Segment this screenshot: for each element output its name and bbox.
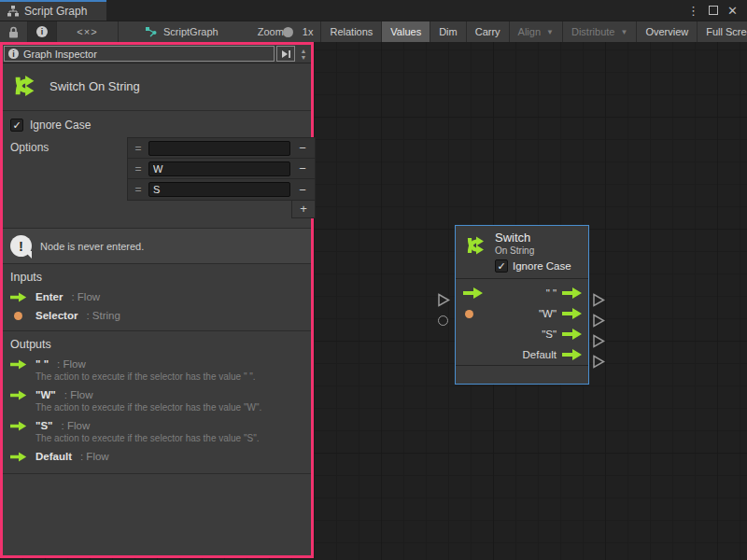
fullscreen-button[interactable]: Full Screen [698, 21, 747, 42]
flow-arrow-icon [463, 287, 484, 299]
node-title: Switch [495, 231, 571, 245]
option-item: = − [128, 159, 315, 179]
carry-button[interactable]: Carry [467, 21, 510, 42]
inspector-toggle-button[interactable]: i [28, 21, 57, 42]
scrub-down-icon[interactable]: ▼ [301, 54, 307, 61]
close-icon[interactable]: ✕ [727, 5, 738, 17]
options-label: Options [10, 137, 127, 218]
node-footer [456, 365, 588, 373]
overview-button[interactable]: Overview [637, 21, 698, 42]
dock-button[interactable] [276, 46, 295, 62]
selector-port[interactable] [465, 310, 473, 318]
chevron-down-icon: ▼ [620, 28, 627, 36]
graph-inspector-panel: i Graph Inspector ▲ ▼ Switch On St [0, 42, 314, 558]
option-input[interactable] [148, 141, 290, 156]
flow-arrow-icon [10, 390, 27, 400]
flow-arrow-icon [10, 452, 27, 462]
dim-button[interactable]: Dim [430, 21, 467, 42]
port-description: The action to execute if the selector ha… [35, 371, 303, 382]
remove-option-button[interactable]: − [290, 161, 315, 175]
distribute-button[interactable]: Distribute ▼ [563, 21, 637, 42]
relations-button[interactable]: Relations [320, 21, 382, 42]
add-option-button[interactable]: + [291, 201, 316, 218]
inspector-title: Graph Inspector [23, 49, 97, 60]
outputs-header: Outputs [10, 338, 303, 351]
titlebar: Script Graph ⋮ ✕ [0, 0, 747, 21]
option-input[interactable] [148, 182, 290, 197]
toolbar-buttons: Relations Values Dim Carry Align ▼ Distr… [320, 21, 747, 42]
output-port[interactable]: Default [523, 349, 583, 360]
ignore-case-checkbox[interactable]: ✓ [10, 119, 23, 132]
node-output-connector[interactable] [592, 293, 605, 307]
port-description: The action to execute if the selector ha… [35, 402, 303, 413]
output-port[interactable]: "S" [542, 329, 583, 340]
lock-button[interactable] [0, 21, 28, 42]
flow-arrow-icon [562, 349, 583, 360]
output-port-row: "W" : Flow [10, 389, 303, 400]
input-port-row: Selector : String [10, 310, 303, 321]
graph-name: ScriptGraph [163, 26, 218, 37]
flow-arrow-icon [562, 308, 583, 319]
flow-arrow-icon [562, 287, 583, 299]
drag-handle-icon[interactable]: = [128, 162, 148, 175]
remove-option-button[interactable]: − [290, 183, 315, 197]
warning-text: Node is never entered. [40, 241, 144, 252]
align-button[interactable]: Align ▼ [510, 21, 563, 42]
drag-handle-icon[interactable]: = [128, 183, 148, 196]
enter-port[interactable] [463, 287, 484, 299]
node-output-connector[interactable] [592, 355, 605, 369]
lock-icon [8, 26, 19, 38]
outputs-section: Outputs " " : Flow The action to execute… [3, 331, 311, 474]
inspected-node-title-block: Switch On String [3, 63, 311, 111]
tab-title: Script Graph [24, 5, 87, 18]
flow-arrow-icon [10, 359, 27, 370]
inspector-empty-area [3, 474, 311, 555]
hierarchy-icon [7, 6, 19, 17]
node-port-row: " " [456, 283, 588, 303]
script-graph-icon [145, 26, 158, 38]
node-header: Switch On String ✓ Ignore Case [456, 226, 588, 279]
zoom-slider-knob[interactable] [283, 27, 293, 37]
switch-icon [10, 72, 38, 100]
node-port-row: Default [456, 344, 588, 365]
flow-arrow-icon [10, 421, 27, 431]
window-controls: ⋮ ✕ [687, 0, 747, 21]
code-icon: <×> [77, 26, 97, 37]
output-port-row: Default : Flow [10, 451, 303, 462]
options-list: = − = − = − [127, 137, 316, 201]
warning-icon: ! [10, 235, 32, 257]
switch-on-string-node[interactable]: Switch On String ✓ Ignore Case [455, 225, 589, 385]
node-ignore-case-checkbox[interactable]: ✓ Ignore Case [495, 259, 571, 273]
values-button[interactable]: Values [382, 21, 430, 42]
scrubber[interactable]: ▲ ▼ [297, 46, 310, 62]
info-icon: i [8, 49, 19, 59]
output-port-row: " " : Flow [10, 358, 303, 370]
tab-script-graph[interactable]: Script Graph [0, 0, 106, 21]
options-row: Options = − = − [10, 137, 303, 218]
output-port[interactable]: " " [546, 287, 583, 299]
node-input-flow-connector[interactable] [437, 293, 450, 307]
output-port[interactable]: "W" [539, 308, 583, 319]
remove-option-button[interactable]: − [290, 141, 315, 155]
drag-handle-icon[interactable]: = [128, 142, 148, 155]
node-output-connector[interactable] [592, 314, 605, 328]
chevron-down-icon: ▼ [546, 28, 554, 36]
option-item: = − [128, 179, 315, 200]
scrub-up-icon[interactable]: ▲ [301, 48, 307, 54]
node-body: " " "W" [456, 279, 588, 365]
inputs-header: Inputs [10, 271, 303, 284]
value-port-icon [14, 312, 22, 320]
options-list-wrap: = − = − = − [127, 137, 316, 218]
menu-icon[interactable]: ⋮ [687, 5, 699, 17]
node-input-value-connector[interactable] [438, 315, 448, 326]
node-checkbox-label: Ignore Case [513, 260, 571, 272]
maximize-icon[interactable] [709, 6, 718, 15]
option-input[interactable] [148, 161, 290, 176]
node-output-connector[interactable] [592, 334, 605, 348]
graph-name-label: ScriptGraph [137, 21, 226, 42]
flow-arrow-icon [10, 292, 27, 302]
input-port-row: Enter : Flow [10, 291, 303, 302]
code-preview-button[interactable]: <×> [57, 21, 119, 42]
check-icon[interactable]: ✓ [495, 259, 508, 273]
node-port-row: "W" [456, 303, 588, 324]
